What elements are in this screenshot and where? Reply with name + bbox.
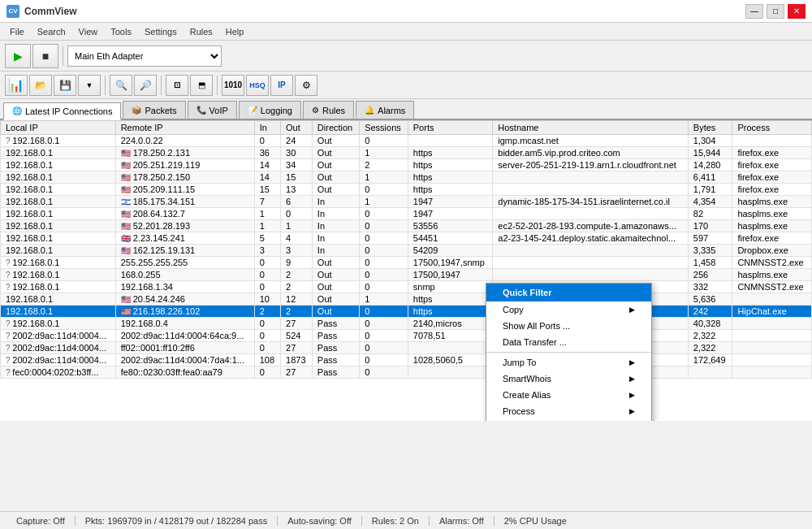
tab-alarms[interactable]: 🔔 Alarms <box>356 101 414 119</box>
ctx-create-alias[interactable]: Create Alias ▶ <box>486 387 651 403</box>
filter2-btn[interactable]: 🔎 <box>134 75 157 96</box>
table-row[interactable]: 192.168.0.1🇺🇸 178.250.2.1313630Out1https… <box>1 147 812 159</box>
table-cell: Out <box>312 159 359 171</box>
table-cell: 0 <box>360 366 408 379</box>
settings-icon-btn[interactable]: ⚙ <box>295 75 317 96</box>
tab-logging[interactable]: 📝 Logging <box>239 101 301 119</box>
table-row[interactable]: ? 2002:d9ac:11d4:0004... 2002:d9ac:11d4:… <box>1 330 812 342</box>
status-bar: Capture: Off Pkts: 1969709 in / 4128179 … <box>0 511 812 529</box>
col-ports[interactable]: Ports <box>408 121 493 135</box>
menu-settings[interactable]: Settings <box>138 25 184 38</box>
table-row[interactable]: 192.168.0.1🇺🇸 52.201.28.19311In053556ec2… <box>1 220 812 232</box>
table-row[interactable]: ? 192.168.0.1 224.0.0.22024Out0igmp.mcas… <box>1 135 812 147</box>
col-sessions[interactable]: Sessions <box>360 121 408 135</box>
maximize-button[interactable]: □ <box>767 4 784 19</box>
menu-file[interactable]: File <box>3 25 31 38</box>
table-cell: 1 <box>360 196 408 208</box>
adapter-select[interactable]: Main Eth Adapter <box>67 46 222 67</box>
table-cell <box>493 171 689 184</box>
menu-view[interactable]: View <box>72 25 105 38</box>
status-cpu: 2% CPU Usage <box>495 516 577 526</box>
col-local-ip[interactable]: Local IP <box>1 121 116 135</box>
table-row[interactable]: 192.168.0.1🇬🇧 2.23.145.24154In054451a2-2… <box>1 232 812 245</box>
ctx-sep-1 <box>486 352 651 353</box>
col-process[interactable]: Process <box>732 121 812 135</box>
table-cell: ? 192.168.0.1 <box>1 135 116 147</box>
table-cell: 192.168.0.1 <box>1 293 116 306</box>
open-btn[interactable]: 📂 <box>29 75 52 96</box>
tab-voip[interactable]: 📞 VoIP <box>188 101 237 119</box>
table-cell: https <box>408 293 493 306</box>
table-cell: CNMNSST2.exe <box>732 281 812 293</box>
table-cell: 0 <box>360 281 408 293</box>
table-cell <box>493 269 689 281</box>
ctx-show-ports[interactable]: Show All Ports ... <box>486 318 651 334</box>
table-row[interactable]: 192.168.0.1🇺🇸 178.250.2.1501415Out1https… <box>1 171 812 184</box>
ctx-jump-to[interactable]: Jump To ▶ <box>486 354 651 371</box>
filter-btn[interactable]: 🔍 <box>110 75 132 96</box>
stop-button[interactable]: ■ <box>32 44 58 68</box>
tab-alarms-label: Alarms <box>378 106 405 115</box>
table-cell: 5,636 <box>688 293 732 306</box>
table-cell: 0 <box>254 269 280 281</box>
packet-btn[interactable]: ⊡ <box>166 75 188 96</box>
table-cell: 34 <box>281 159 313 171</box>
table-row[interactable]: 192.168.0.1🇺🇸 205.209.111.151513Out0http… <box>1 184 812 196</box>
table-row[interactable]: 192.168.0.1🇺🇸 205.251.219.1191434Out2htt… <box>1 159 812 171</box>
tab-packets[interactable]: 📦 Packets <box>123 101 185 119</box>
menu-search[interactable]: Search <box>31 25 72 38</box>
table-row[interactable]: 192.168.0.1🇺🇸 162.125.19.13133In0542093,… <box>1 245 812 257</box>
decode-btn[interactable]: 1010 <box>222 75 244 96</box>
table-cell: 27 <box>281 318 313 330</box>
ctx-copy[interactable]: Copy ▶ <box>486 301 651 318</box>
table-cell: 0 <box>360 269 408 281</box>
tab-voip-label: VoIP <box>209 106 228 115</box>
table-cell: 0 <box>360 245 408 257</box>
table-cell: Pass <box>312 354 359 366</box>
table-row[interactable]: ? 2002:d9ac:11d4:0004... 2002:d9ac:11d4:… <box>1 354 812 366</box>
protocol-btn[interactable]: HSQ <box>246 75 269 96</box>
table-cell: 1 <box>360 147 408 159</box>
tab-latest-ip[interactable]: 🌐 Latest IP Connections <box>3 102 121 120</box>
col-out[interactable]: Out <box>281 121 313 135</box>
table-row[interactable]: 192.168.0.1🇮🇱 185.175.34.15176In11947dyn… <box>1 196 812 208</box>
col-in[interactable]: In <box>254 121 280 135</box>
stats-icon-btn[interactable]: 📊 <box>5 75 28 96</box>
save-btn[interactable]: 💾 <box>54 75 76 96</box>
play-button[interactable]: ▶ <box>5 44 31 68</box>
table-row[interactable]: ? 192.168.0.1 192.168.0.4027Pass02140,mi… <box>1 318 812 330</box>
menu-tools[interactable]: Tools <box>104 25 138 38</box>
close-button[interactable]: ✕ <box>788 4 806 19</box>
col-remote-ip[interactable]: Remote IP <box>115 121 254 135</box>
table-cell: 3,335 <box>688 245 732 257</box>
ctx-data-transfer[interactable]: Data Transfer ... <box>486 334 651 350</box>
table-row[interactable]: ? 2002:d9ac:11d4:0004... ff02::0001:ff10… <box>1 342 812 354</box>
table-scroll[interactable]: Local IP Remote IP In Out Direction Sess… <box>0 120 812 421</box>
reconstruct-btn[interactable]: ⬒ <box>190 75 213 96</box>
minimize-button[interactable]: — <box>745 4 763 19</box>
table-row[interactable]: ? 192.168.0.1 192.168.1.3402Out0snmp332C… <box>1 281 812 293</box>
menu-rules[interactable]: Rules <box>184 25 219 38</box>
ctx-process[interactable]: Process ▶ <box>486 403 651 419</box>
table-cell <box>688 366 732 379</box>
tab-voip-icon: 📞 <box>197 106 206 115</box>
table-row[interactable]: 192.168.0.1🇺🇸 20.54.24.2461012Out1https5… <box>1 293 812 306</box>
col-hostname[interactable]: Hostname <box>493 121 689 135</box>
table-cell: firefox.exe <box>732 184 812 196</box>
table-cell: 1873 <box>281 354 313 366</box>
col-bytes[interactable]: Bytes <box>688 121 732 135</box>
tab-rules[interactable]: ⚙ Rules <box>303 101 354 119</box>
table-row[interactable]: 192.168.0.1🇺🇸 216.198.226.10222Out0https… <box>1 306 812 318</box>
table-row[interactable]: ? 192.168.0.1 168.0.25502Out017500,19472… <box>1 269 812 281</box>
table-cell: 54209 <box>408 245 493 257</box>
table-row[interactable]: 192.168.0.1🇺🇸 208.64.132.710In0194782has… <box>1 208 812 220</box>
menu-help[interactable]: Help <box>219 25 251 38</box>
table-row[interactable]: ? 192.168.0.1 255.255.255.25509Out017500… <box>1 257 812 269</box>
table-row[interactable]: ? fec0:0004:0202:b3ff... fe80::0230:03ff… <box>1 366 812 379</box>
table-cell: ? 192.168.0.1 <box>1 269 116 281</box>
col-direction[interactable]: Direction <box>312 121 359 135</box>
table-cell: 40,328 <box>688 318 732 330</box>
ip-btn[interactable]: IP <box>270 75 293 96</box>
ctx-smartwhois[interactable]: SmartWhois ▶ <box>486 371 651 387</box>
save-drop-btn[interactable]: ▼ <box>78 75 101 96</box>
